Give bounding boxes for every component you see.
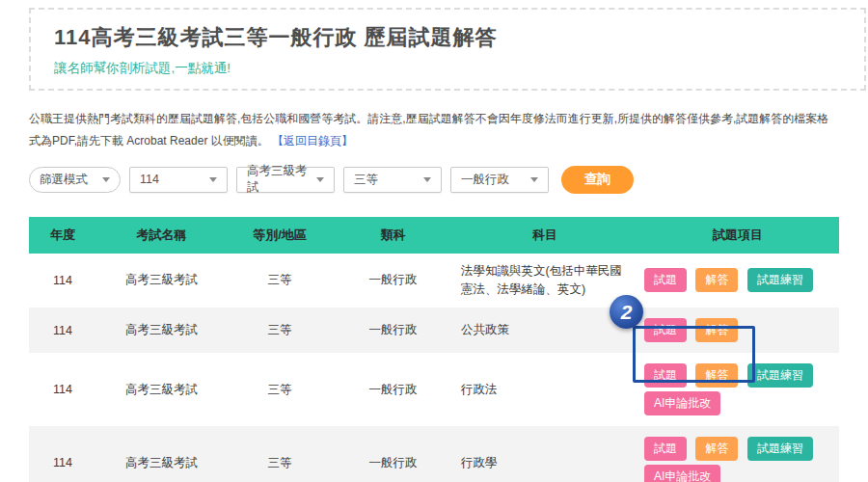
- level-value: 三等: [354, 172, 378, 188]
- col-header-items: 試題項目: [637, 217, 839, 254]
- chevron-down-icon: [209, 177, 217, 182]
- page-header: 114高考三級考試三等一般行政 歷屆試題解答 讓名師幫你剖析試題,一點就通!: [29, 8, 866, 91]
- answers-button[interactable]: 解答: [695, 318, 738, 342]
- category-cell: 一般行政: [333, 254, 453, 308]
- exam-results-table: 年度 考試名稱 等別/地區 類科 科目 試題項目 114 高考三級考試 三等 一…: [29, 217, 839, 482]
- table-header-row: 年度 考試名稱 等別/地區 類科 科目 試題項目: [29, 217, 839, 254]
- level-select[interactable]: 三等: [343, 167, 442, 193]
- intro-paragraph: 公職王提供熱門考試類科的歷屆試題解答,包括公職和國營等考試。請注意,歷屆試題解答…: [29, 108, 839, 152]
- chevron-down-icon: [102, 177, 110, 182]
- year-cell: 114: [29, 308, 96, 353]
- subject-cell: 行政學: [453, 426, 637, 482]
- ai-review-button[interactable]: AI申論批改: [644, 391, 720, 415]
- year-cell: 114: [29, 426, 96, 482]
- col-header-level: 等別/地區: [227, 217, 333, 254]
- level-cell: 三等: [227, 308, 333, 353]
- exam-items-cell: 試題 解答: [637, 308, 839, 353]
- practice-button[interactable]: 試題練習: [747, 437, 813, 461]
- table-row: 114 高考三級考試 三等 一般行政 行政法 試題 解答 試題練習 AI申論批改: [29, 353, 839, 426]
- subject-cell: 行政法: [453, 353, 637, 426]
- col-header-category: 類科: [333, 217, 453, 254]
- year-select[interactable]: 114: [129, 167, 228, 193]
- subject-cell: 法學知識與英文(包括中華民國憲法、法學緒論、英文): [453, 254, 637, 308]
- practice-button[interactable]: 試題練習: [747, 268, 813, 292]
- exam-cell: 高考三級考試: [96, 254, 227, 308]
- filter-mode-select[interactable]: 篩選模式: [29, 167, 121, 193]
- category-cell: 一般行政: [333, 353, 453, 426]
- table-row: 114 高考三級考試 三等 一般行政 法學知識與英文(包括中華民國憲法、法學緒論…: [29, 254, 839, 308]
- chevron-down-icon: [423, 177, 431, 182]
- answers-button[interactable]: 解答: [695, 437, 738, 461]
- questions-button[interactable]: 試題: [644, 437, 687, 461]
- page-title: 114高考三級考試三等一般行政 歷屆試題解答: [54, 23, 854, 52]
- exam-items-cell: 試題 解答 試題練習 AI申論批改: [637, 426, 839, 482]
- category-value: 一般行政: [461, 172, 509, 188]
- page: 114高考三級考試三等一般行政 歷屆試題解答 讓名師幫你剖析試題,一點就通! 公…: [0, 0, 868, 482]
- ai-review-button[interactable]: AI申論批改: [644, 465, 720, 482]
- exam-items-cell: 試題 解答 試題練習: [637, 254, 839, 308]
- level-cell: 三等: [227, 353, 333, 426]
- level-cell: 三等: [227, 254, 333, 308]
- exam-value: 高考三級考試: [247, 163, 311, 196]
- col-header-subject: 科目: [453, 217, 637, 254]
- chevron-down-icon: [316, 177, 324, 182]
- subject-cell: 公共政策: [453, 308, 637, 353]
- category-cell: 一般行政: [333, 426, 453, 482]
- exam-cell: 高考三級考試: [96, 353, 227, 426]
- exam-select[interactable]: 高考三級考試: [236, 167, 335, 193]
- filter-bar: 篩選模式 114 高考三級考試 三等 一般行政 查詢: [29, 166, 839, 194]
- category-select[interactable]: 一般行政: [450, 167, 549, 193]
- exam-cell: 高考三級考試: [96, 426, 227, 482]
- col-header-year: 年度: [29, 217, 96, 254]
- questions-button[interactable]: 試題: [644, 318, 687, 342]
- intro-text: 公職王提供熱門考試類科的歷屆試題解答,包括公職和國營等考試。請注意,歷屆試題解答…: [29, 112, 828, 147]
- questions-button[interactable]: 試題: [644, 363, 687, 388]
- year-cell: 114: [29, 254, 96, 308]
- page-subtitle: 讓名師幫你剖析試題,一點就通!: [54, 60, 854, 77]
- questions-button[interactable]: 試題: [644, 268, 687, 292]
- category-cell: 一般行政: [333, 308, 453, 353]
- search-button[interactable]: 查詢: [561, 166, 634, 194]
- col-header-exam: 考試名稱: [96, 217, 227, 254]
- level-cell: 三等: [227, 426, 333, 482]
- answers-button[interactable]: 解答: [695, 268, 738, 292]
- table-row: 114 高考三級考試 三等 一般行政 公共政策 試題 解答: [29, 308, 839, 353]
- exam-cell: 高考三級考試: [96, 308, 227, 353]
- year-value: 114: [140, 173, 159, 186]
- exam-items-cell: 試題 解答 試題練習 AI申論批改: [637, 353, 839, 426]
- year-cell: 114: [29, 353, 96, 426]
- back-to-index-link[interactable]: 【返回目錄頁】: [272, 134, 353, 147]
- practice-button[interactable]: 試題練習: [747, 363, 813, 388]
- chevron-down-icon: [530, 177, 538, 182]
- answers-button[interactable]: 解答: [695, 363, 738, 388]
- filter-mode-value: 篩選模式: [40, 172, 88, 188]
- table-row: 114 高考三級考試 三等 一般行政 行政學 試題 解答 試題練習 AI申論批改: [29, 426, 839, 482]
